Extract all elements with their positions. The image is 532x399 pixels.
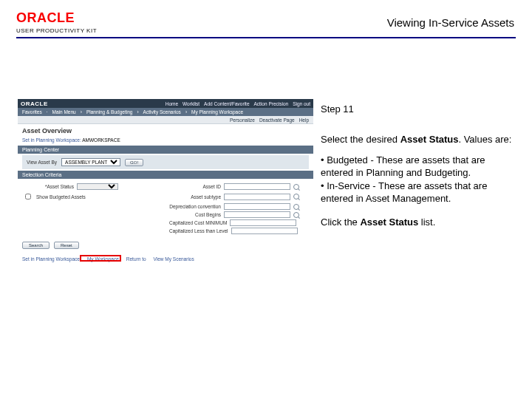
footer-link[interactable]: View My Scenarios [154, 256, 194, 262]
asset-id-row: Asset ID [169, 183, 309, 190]
subbar: Personalize Deactivate Page Help [18, 116, 313, 124]
subbar-link[interactable]: Deactivate Page [259, 117, 295, 123]
menu-item[interactable]: Favorites [22, 109, 42, 115]
footer-link[interactable]: Return to [126, 256, 146, 262]
app-brand: ORACLE [21, 100, 48, 107]
app-topbar: ORACLE Home Worklist Add Content/Favorit… [18, 99, 313, 108]
instruction-text: Select the desired Asset Status. Values … [321, 133, 516, 236]
field-label: Capitalized Less than Level [169, 228, 228, 233]
topbar-link[interactable]: Sign out [293, 101, 310, 106]
text: . Values are: [458, 134, 511, 145]
footer-links: Set in Planning Workspace My Workspace R… [18, 253, 313, 267]
oracle-wordmark: ORACLE [16, 10, 97, 26]
crumb-value: AMWORKSPACE [82, 137, 120, 143]
text-input[interactable] [231, 228, 298, 234]
lookup-icon[interactable] [293, 212, 299, 218]
breadcrumb: Set in Planning Workspace: AMWORKSPACE [18, 136, 313, 144]
upk-subtitle: USER PRODUCTIVITY KIT [16, 27, 97, 34]
subbar-link[interactable]: Help [299, 117, 309, 123]
menu-item[interactable]: Main Menu [52, 109, 76, 115]
go-button[interactable]: GO! [125, 159, 143, 166]
text-input[interactable] [224, 194, 290, 200]
text: Click the [321, 216, 360, 228]
show-budgeted-checkbox[interactable] [25, 194, 31, 200]
oracle-logo-block: ORACLE USER PRODUCTIVITY KIT [16, 10, 97, 34]
view-asset-panel: View Asset By ASSEMBLY PLANT GO! [22, 155, 309, 169]
menu-item[interactable]: My Planning Workspace [191, 109, 243, 115]
text: list. [418, 216, 435, 228]
text-bold: Asset Status [360, 216, 418, 228]
field-label: Capitalized Cost MINIMUM [169, 220, 227, 225]
button-bar: Search Reset [18, 237, 313, 253]
reset-button[interactable]: Reset [54, 242, 79, 249]
criteria-wrap: *Asset Status Asset ID Show Budgeted Ass… [18, 180, 313, 237]
lookup-icon[interactable] [293, 184, 299, 190]
asset-status-label: *Asset Status [22, 184, 74, 189]
asset-status-row: *Asset Status [22, 183, 162, 190]
footer-link[interactable]: Set in Planning Workspace [22, 256, 80, 262]
document-title: Viewing In-Service Assets [387, 16, 514, 29]
field-label: Show Budgeted Assets [36, 194, 86, 200]
crumb-label: Set in Planning Workspace: [22, 137, 81, 143]
title-underline [16, 37, 516, 38]
view-asset-select[interactable]: ASSEMBLY PLANT [61, 158, 120, 166]
footer-link[interactable]: My Workspace [87, 256, 119, 262]
text-input[interactable] [224, 203, 290, 210]
subbar-link[interactable]: Personalize [230, 117, 255, 123]
topbar-link[interactable]: Action Precision [254, 101, 289, 106]
asset-status-list[interactable] [77, 183, 118, 190]
field-label: Asset subtype [169, 194, 221, 200]
text-input[interactable] [230, 219, 296, 226]
topbar-link[interactable]: Add Content/Favorite [204, 101, 249, 106]
topbar-links: Home Worklist Add Content/Favorite Actio… [166, 101, 310, 106]
app-screenshot: ORACLE Home Worklist Add Content/Favorit… [18, 99, 313, 267]
topbar-link[interactable]: Home [166, 101, 178, 106]
text: Select the desired [321, 134, 400, 145]
lookup-icon[interactable] [293, 204, 299, 210]
field-label: Depreciation convention [169, 204, 221, 209]
asset-id-input[interactable] [224, 183, 290, 190]
field-label: Asset ID [169, 184, 221, 189]
section-planning-center: Planning Center [18, 146, 313, 154]
search-button[interactable]: Search [22, 242, 50, 249]
menu-item[interactable]: Planning & Budgeting [86, 109, 133, 115]
section-selection-criteria: Selection Criteria [18, 171, 313, 179]
budgeted-row: Show Budgeted Assets [22, 191, 162, 202]
text-bold: Asset Status [400, 134, 459, 145]
text-input[interactable] [224, 211, 290, 218]
menubar: Favorites · Main Menu › Planning & Budge… [18, 108, 313, 116]
view-asset-label: View Asset By [27, 160, 57, 165]
menu-item[interactable]: Activity Scenarios [143, 109, 181, 115]
topbar-link[interactable]: Worklist [183, 101, 200, 106]
lookup-icon[interactable] [293, 194, 299, 200]
bullet-inservice: • In-Service - These are assets that are… [321, 180, 516, 205]
criteria-grid: *Asset Status Asset ID Show Budgeted Ass… [18, 180, 313, 237]
page-title: Asset Overview [18, 124, 313, 136]
step-label: Step 11 [321, 103, 354, 115]
field-label: Cost Begins [169, 212, 221, 217]
bullet-budgeted: • Budgeted - These are assets that are e… [321, 154, 516, 180]
